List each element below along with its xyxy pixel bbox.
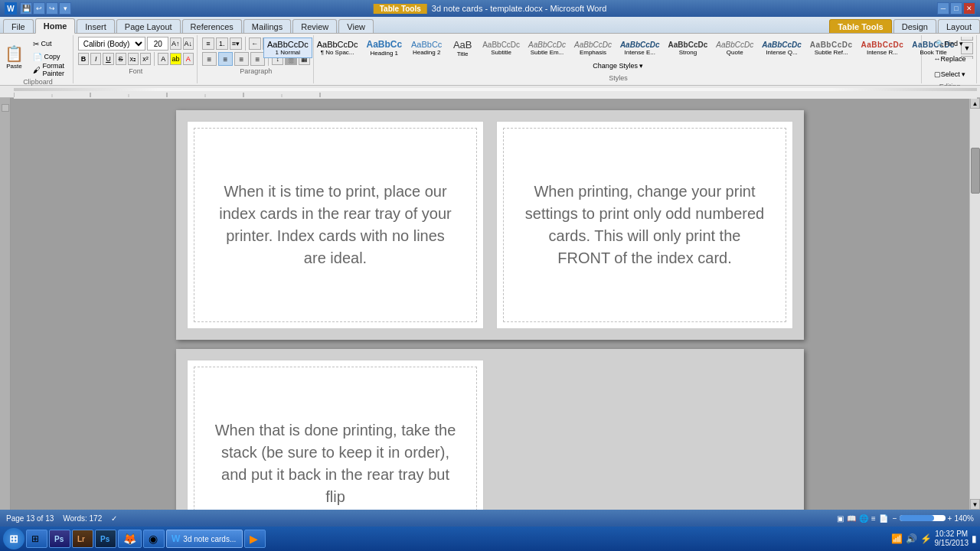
view-reading-icon[interactable]: 📖 — [847, 514, 856, 523]
tab-insert[interactable]: Insert — [77, 19, 115, 33]
style-heading2[interactable]: AaBbCc Heading 2 — [407, 37, 446, 58]
text-effects-button[interactable]: A — [158, 53, 168, 65]
tab-design[interactable]: Design — [893, 19, 936, 33]
font-size-decrease-button[interactable]: A↓ — [183, 37, 194, 50]
taskbar-app-ps2[interactable]: Ps — [49, 530, 70, 548]
text-highlight-button[interactable]: ab — [170, 53, 181, 65]
quick-save-icon[interactable]: 💾 — [20, 2, 32, 15]
style-strong[interactable]: AaBbCcDc Strong — [665, 38, 712, 58]
index-card-2: When printing, change your print setting… — [496, 121, 793, 329]
selection-handle[interactable] — [2, 104, 9, 112]
tab-view[interactable]: View — [338, 19, 374, 33]
view-outline-icon[interactable]: ≡ — [871, 514, 876, 523]
taskbar-app-vlc[interactable]: ▶ — [244, 530, 266, 548]
chrome-icon: ◉ — [149, 533, 158, 545]
font-name-select[interactable]: Calibri (Body) — [78, 37, 145, 51]
style-quote[interactable]: AaBbCcDc Quote — [712, 38, 757, 58]
maximize-button[interactable]: □ — [950, 2, 962, 15]
style-emphasis[interactable]: AaBbCcDc Emphasis — [570, 38, 616, 58]
minimize-button[interactable]: ─ — [937, 2, 949, 15]
scroll-thumb[interactable] — [971, 148, 980, 194]
ruler-bar — [14, 88, 977, 96]
clipboard-label: Clipboard — [23, 78, 53, 86]
tab-review[interactable]: Review — [292, 19, 337, 33]
style-heading1[interactable]: AaBbCc Heading 1 — [362, 37, 406, 59]
change-styles-button[interactable]: Change Styles ▾ — [587, 59, 648, 73]
quick-redo-icon[interactable]: ↪ — [46, 2, 58, 15]
tab-home[interactable]: Home — [35, 18, 76, 34]
decrease-indent-button[interactable]: ← — [249, 37, 261, 50]
editing-group: 🔍 Find ▾ ↔ Replace ▢ Select ▾ Editing — [923, 35, 977, 83]
font-format-row: B I U S x₂ x² A ab A — [78, 52, 194, 66]
quick-menu-icon[interactable]: ▾ — [59, 2, 71, 15]
multilevel-list-button[interactable]: ≡▾ — [230, 37, 242, 50]
taskbar-app-firefox[interactable]: 🦊 — [118, 530, 142, 548]
find-button[interactable]: 🔍 Find ▾ — [923, 37, 977, 51]
bold-button[interactable]: B — [78, 53, 89, 65]
quick-undo-icon[interactable]: ↩ — [33, 2, 45, 15]
start-button[interactable]: ⊞ — [3, 528, 24, 549]
style-intense-r[interactable]: AaBbCcDc Intense R... — [858, 38, 908, 58]
tab-file[interactable]: File — [3, 19, 34, 33]
superscript-button[interactable]: x² — [140, 53, 151, 65]
show-desktop-icon[interactable]: ▮ — [972, 533, 977, 544]
zoom-slider[interactable] — [900, 515, 946, 521]
italic-button[interactable]: I — [90, 53, 101, 65]
select-button[interactable]: ▢ Select ▾ — [923, 67, 977, 81]
replace-button[interactable]: ↔ Replace — [923, 52, 977, 66]
style-intense-q[interactable]: AaBbCcDc Intense Q... — [758, 38, 805, 58]
tab-mailings[interactable]: Mailings — [243, 19, 291, 33]
zoom-in-icon[interactable]: + — [948, 514, 952, 523]
time-area[interactable]: 10:32 PM 9/15/2013 — [935, 530, 969, 548]
format-painter-button[interactable]: 🖌Format Painter — [29, 64, 75, 76]
title-bar-left: W 💾 ↩ ↪ ▾ — [5, 2, 71, 15]
taskbar-app-explorer[interactable]: ⊞ — [26, 530, 47, 548]
cut-button[interactable]: ✂Cut — [29, 37, 75, 50]
index-card-1: When it is time to print, place our inde… — [187, 121, 484, 329]
numbering-button[interactable]: 1. — [216, 37, 228, 50]
style-subtle-em[interactable]: AaBbCcDc Subtle Em... — [524, 38, 570, 58]
paste-button[interactable]: 📋 Paste — [0, 37, 28, 77]
ribbon-content: 📋 Paste ✂Cut 📄Copy 🖌Format Painter Clipb… — [0, 34, 980, 86]
taskbar-app-ps[interactable]: Ps — [95, 530, 116, 548]
tab-table-tools: Table Tools — [829, 19, 892, 33]
font-size-increase-button[interactable]: A↑ — [170, 37, 181, 50]
view-web-icon[interactable]: 🌐 — [859, 514, 868, 523]
taskbar-app-lr[interactable]: Lr — [72, 530, 93, 548]
style-subtitle[interactable]: AaBbCcDc Subtitle — [479, 38, 524, 58]
style-normal[interactable]: AaBbCcDc 1 Normal — [263, 37, 312, 58]
taskbar-app-chrome[interactable]: ◉ — [143, 530, 165, 548]
subscript-button[interactable]: x₂ — [128, 53, 139, 65]
copy-button[interactable]: 📄Copy — [29, 51, 75, 63]
font-color-button[interactable]: A — [183, 53, 194, 65]
document-content: When it is time to print, place our inde… — [11, 98, 969, 510]
view-draft-icon[interactable]: 📄 — [879, 514, 888, 523]
zoom-level: 140% — [954, 514, 974, 523]
align-center-button[interactable]: ≡ — [218, 52, 233, 66]
style-subtle-ref[interactable]: AaBbCcDc Subtle Ref... — [806, 38, 857, 58]
word-app-icon: W — [5, 2, 17, 15]
strikethrough-button[interactable]: S — [116, 53, 126, 65]
main-area: When it is time to print, place our inde… — [0, 98, 980, 510]
scroll-down-arrow[interactable]: ▼ — [970, 499, 980, 510]
spell-check-icon[interactable]: ✓ — [111, 514, 117, 523]
style-no-space[interactable]: AaBbCcDc ¶ No Spac... — [313, 37, 362, 58]
underline-button[interactable]: U — [103, 53, 113, 65]
align-left-button[interactable]: ≡ — [202, 52, 217, 66]
style-intense-e[interactable]: AaBbCcDc Intense E... — [616, 38, 664, 58]
tab-references[interactable]: References — [182, 19, 242, 33]
taskbar-app-word[interactable]: W 3d note cards... — [166, 530, 243, 548]
view-normal-icon[interactable]: ▣ — [837, 514, 844, 523]
font-size-input[interactable] — [147, 37, 168, 51]
style-title[interactable]: AaB Title — [447, 37, 478, 59]
bullets-button[interactable]: ≡ — [202, 37, 214, 50]
scroll-up-arrow[interactable]: ▲ — [970, 98, 980, 109]
close-button[interactable]: ✕ — [963, 2, 975, 15]
align-right-button[interactable]: ≡ — [234, 52, 249, 66]
index-card-3-text: When that is done printing, take the sta… — [213, 419, 458, 508]
tab-page-layout[interactable]: Page Layout — [116, 19, 181, 33]
start-icon: ⊞ — [9, 533, 18, 545]
scroll-track[interactable] — [970, 109, 980, 499]
tab-layout[interactable]: Layout — [938, 19, 980, 33]
zoom-out-icon[interactable]: − — [893, 514, 897, 523]
